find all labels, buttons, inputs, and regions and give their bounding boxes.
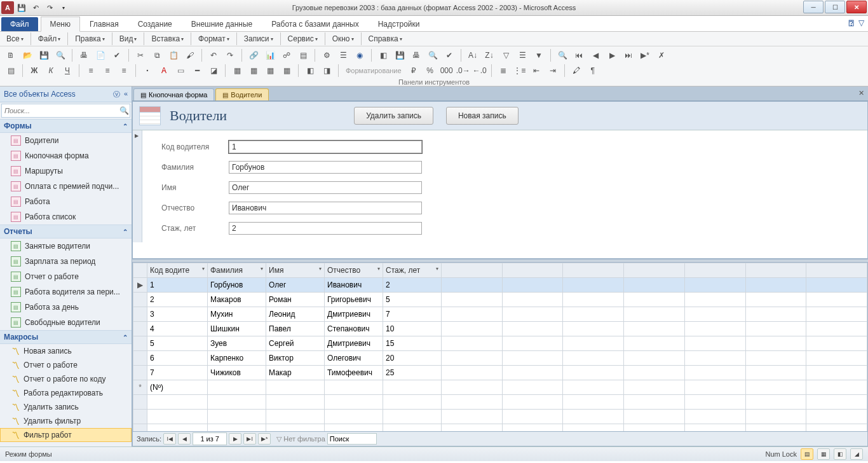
cell[interactable]: 4 — [147, 322, 208, 336]
gridlines-icon[interactable]: ▦ — [230, 64, 244, 78]
line-width-icon[interactable]: ━ — [190, 64, 204, 78]
help-icon[interactable]: ◉ — [353, 48, 367, 62]
spelling-icon-2[interactable]: ✔︎ — [442, 48, 456, 62]
nav-item[interactable]: ▤Водители — [0, 133, 132, 148]
new-icon[interactable]: 🗎 — [4, 48, 18, 62]
layout-view-icon[interactable]: ◧ — [834, 448, 846, 460]
ribbon-tab-2[interactable]: Создание — [128, 17, 182, 31]
nav-item[interactable]: ▤Оплата с премией подчи... — [0, 179, 132, 194]
gridlines-icon-4[interactable]: ▦ — [280, 64, 294, 78]
minimize-button[interactable]: ─ — [803, 1, 824, 13]
column-header[interactable]: Стаж, лет▾ — [383, 263, 442, 278]
bold-icon[interactable]: Ж — [27, 64, 41, 78]
bullet-list-icon[interactable]: ⋮≡ — [513, 64, 527, 78]
currency-icon[interactable]: ₽ — [407, 64, 421, 78]
redo-icon[interactable]: ↷ — [43, 1, 56, 14]
nav-item[interactable]: ▤Отчет о работе — [0, 269, 132, 284]
cell[interactable]: 7 — [147, 366, 208, 380]
cell[interactable]: Шишкин — [208, 322, 266, 336]
nav-item[interactable]: ▤Работа список — [0, 209, 132, 225]
menu-item-6[interactable]: Записи▾ — [241, 33, 276, 45]
cell[interactable]: 5 — [383, 293, 442, 307]
menu-item-0[interactable]: Все▾ — [4, 33, 26, 45]
cell[interactable]: 1 — [147, 278, 208, 293]
new-row[interactable]: (Nº) — [133, 380, 867, 395]
row-selector[interactable] — [133, 380, 147, 395]
next-record-button[interactable]: ▶ — [229, 433, 241, 445]
cell[interactable]: Павел — [266, 322, 325, 336]
close-tab-icon[interactable]: ✕ — [858, 89, 864, 97]
open-icon[interactable]: 📂 — [20, 48, 34, 62]
save-icon[interactable]: 💾 — [37, 48, 51, 62]
nav-item[interactable]: 〽︎Удалить запись — [0, 400, 132, 414]
menu-item-3[interactable]: Вид▾ — [117, 33, 140, 45]
chart-icon[interactable]: 📊 — [263, 48, 277, 62]
undo-icon[interactable]: ↶ — [207, 48, 220, 62]
nav-item[interactable]: ▤Свободные водители — [0, 315, 132, 330]
delete-record-button[interactable]: Удалить запись — [354, 107, 433, 125]
table-row[interactable]: 2МакаровРоманГригорьевич5 — [133, 293, 867, 307]
last-record-icon[interactable]: ⏭ — [621, 48, 635, 62]
numbered-list-icon[interactable]: ≣ — [496, 64, 510, 78]
cell[interactable]: 5 — [147, 336, 208, 351]
nav-collapse-icon[interactable]: « — [124, 90, 128, 99]
cell[interactable]: 2 — [147, 293, 208, 307]
percent-icon[interactable]: % — [423, 64, 437, 78]
field-input-3[interactable] — [229, 202, 422, 214]
nav-item[interactable]: ▤Работа — [0, 194, 132, 209]
field-input-1[interactable] — [229, 161, 422, 174]
cell[interactable]: 25 — [383, 366, 442, 380]
nav-dropdown-icon[interactable]: ⓥ — [113, 90, 120, 99]
new-record-button[interactable]: Новая запись — [446, 107, 519, 125]
nav-item[interactable]: ▤Работа водителя за пери... — [0, 284, 132, 300]
cell[interactable]: Карпенко — [208, 351, 266, 366]
column-header[interactable]: Имя▾ — [266, 263, 325, 278]
search-icon[interactable]: 🔍 — [118, 106, 130, 115]
decrease-indent-icon[interactable]: ⇤ — [529, 64, 543, 78]
cell[interactable]: 20 — [383, 351, 442, 366]
ribbon-tab-5[interactable]: Надстройки — [369, 17, 430, 31]
prev-record-button[interactable]: ◀ — [178, 433, 191, 445]
undo-icon[interactable]: ↶ — [29, 1, 42, 14]
fill-color-icon[interactable]: 🞍 — [140, 64, 154, 78]
print-icon[interactable]: 🖶 — [77, 48, 91, 62]
last-record-button[interactable]: ▶I — [243, 433, 256, 445]
cell[interactable]: 6 — [147, 351, 208, 366]
sort-desc-icon[interactable]: Z↓ — [482, 48, 496, 62]
record-search-input[interactable] — [327, 433, 377, 445]
menu-item-4[interactable]: Вставка▾ — [149, 33, 186, 45]
cell[interactable]: Тимофеевич — [325, 366, 383, 380]
menu-item-5[interactable]: Формат▾ — [196, 33, 232, 45]
align-left-icon[interactable]: ≡ — [84, 64, 98, 78]
nav-item[interactable]: 〽︎Отчет о работе по коду — [0, 372, 132, 386]
cell[interactable]: Дмитриевич — [325, 336, 383, 351]
cell[interactable]: Макар — [266, 366, 325, 380]
nav-item[interactable]: 〽︎Новая запись — [0, 344, 132, 358]
print-icon-2[interactable]: 🖶 — [409, 48, 423, 62]
nav-group-macro[interactable]: Макросы⌃ — [0, 330, 132, 344]
filter-by-form-icon[interactable]: ☰ — [515, 48, 529, 62]
nav-pane-header[interactable]: Все объекты Access ⓥ « — [0, 86, 132, 102]
menu-item-7[interactable]: Сервис▾ — [285, 33, 320, 45]
new-record-nav-button[interactable]: ▶* — [258, 433, 271, 445]
close-button[interactable]: ✕ — [846, 1, 867, 13]
cell[interactable]: Мухин — [208, 307, 266, 322]
cell[interactable]: 10 — [383, 322, 442, 336]
properties-icon[interactable]: ☰ — [336, 48, 350, 62]
row-selector[interactable] — [133, 322, 147, 336]
cell[interactable]: 3 — [147, 307, 208, 322]
field-input-4[interactable] — [229, 222, 422, 235]
row-selector[interactable]: ▶ — [133, 278, 147, 293]
redo-icon[interactable]: ↷ — [223, 48, 237, 62]
form-view-icon[interactable]: ▤ — [801, 448, 813, 460]
nav-group-report[interactable]: Отчеты⌃ — [0, 225, 132, 238]
find-icon-2[interactable]: 🔍 — [555, 48, 569, 62]
align-right-icon[interactable]: ≡ — [117, 64, 131, 78]
table-row[interactable]: 6КарпенкоВикторОлегович20 — [133, 351, 867, 366]
cell[interactable]: 7 — [383, 307, 442, 322]
help-icon[interactable]: ⍰ — [849, 18, 853, 27]
datasheet-view-icon[interactable]: ▦ — [817, 448, 830, 460]
record-selector[interactable] — [133, 130, 142, 242]
cell[interactable]: 15 — [383, 336, 442, 351]
ribbon-tab-0[interactable]: Меню — [41, 17, 80, 32]
